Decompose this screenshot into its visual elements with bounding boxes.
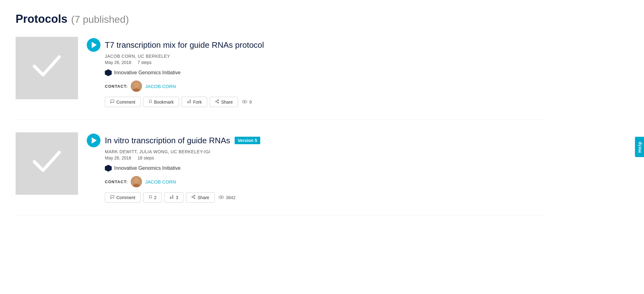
fork-count: 3 [176, 195, 178, 200]
protocol-org: Innovative Genomics Initiative [105, 165, 546, 172]
svg-line-25 [193, 196, 194, 197]
protocol-steps: 18 steps [138, 155, 154, 160]
protocol-title-row: T7 transcription mix for guide RNAs prot… [87, 38, 546, 52]
svg-point-8 [215, 101, 217, 102]
protocol-title[interactable]: T7 transcription mix for guide RNAs prot… [105, 40, 264, 50]
play-icon [92, 137, 97, 144]
share-icon [191, 195, 196, 200]
contact-name[interactable]: JACOB CORN [145, 179, 176, 184]
comment-label: Comment [116, 195, 135, 200]
help-button[interactable]: Help [635, 137, 644, 157]
share-button[interactable]: Share [210, 97, 238, 107]
svg-point-3 [187, 102, 188, 103]
org-name: Innovative Genomics Initiative [114, 70, 181, 76]
svg-line-11 [217, 100, 218, 101]
contact-label: CONTACT: [105, 179, 128, 184]
contact-row: CONTACT: JACOB CORN [105, 81, 546, 92]
views-count: 3842 [218, 195, 236, 200]
bookmark-label: Bookmark [154, 100, 174, 105]
svg-point-7 [217, 100, 219, 101]
fork-label: Fork [193, 100, 202, 105]
views-number: 3842 [226, 195, 236, 200]
protocol-thumbnail [16, 37, 78, 99]
contact-label: CONTACT: [105, 84, 128, 89]
protocol-thumbnail [16, 132, 78, 195]
svg-line-24 [193, 197, 194, 198]
views-icon [218, 195, 224, 200]
protocol-date: May 26, 2016 [105, 155, 131, 160]
bookmark-icon [149, 195, 152, 200]
checkmark-icon [31, 149, 62, 178]
comment-icon [110, 195, 115, 200]
protocol-date: May 26, 2016 [105, 60, 131, 65]
protocol-card: In vitro transcription of guide RNAs Ver… [16, 132, 546, 215]
play-button[interactable] [87, 38, 100, 52]
svg-line-10 [217, 102, 218, 102]
svg-point-18 [172, 195, 173, 197]
fork-icon [187, 99, 191, 105]
page-title: Protocols (7 published) [16, 12, 546, 26]
comment-button[interactable]: Comment [105, 97, 141, 107]
action-buttons: Comment 2 3 [105, 192, 546, 203]
action-buttons: Comment Bookmark Fork [105, 97, 546, 107]
views-count: 9 [242, 100, 252, 105]
protocol-content: In vitro transcription of guide RNAs Ver… [87, 132, 546, 203]
version-badge: Version 5 [235, 137, 260, 144]
svg-point-15 [134, 178, 139, 183]
views-icon [242, 100, 247, 105]
share-button[interactable]: Share [186, 192, 214, 203]
svg-point-19 [172, 198, 173, 199]
comment-icon [110, 99, 115, 105]
published-count: (7 published) [71, 14, 129, 25]
protocol-meta: May 26, 2016 18 steps [105, 155, 546, 160]
svg-point-5 [189, 102, 191, 103]
views-number: 9 [249, 100, 252, 105]
org-logo-icon [105, 69, 112, 76]
comment-label: Comment [116, 100, 135, 105]
protocol-steps: 7 steps [138, 60, 152, 65]
avatar [131, 176, 142, 187]
contact-name[interactable]: JACOB CORN [145, 84, 176, 89]
protocol-org: Innovative Genomics Initiative [105, 69, 546, 76]
fork-button[interactable]: 3 [164, 192, 183, 203]
bookmark-count: 2 [154, 195, 157, 200]
checkmark-icon [31, 54, 62, 83]
protocol-card: T7 transcription mix for guide RNAs prot… [16, 37, 546, 120]
play-icon [92, 42, 97, 48]
svg-point-21 [194, 195, 195, 196]
protocol-meta: May 26, 2016 7 steps [105, 60, 546, 65]
org-name: Innovative Genomics Initiative [114, 165, 181, 171]
avatar [131, 81, 142, 92]
protocol-title[interactable]: In vitro transcription of guide RNAs [105, 136, 230, 145]
comment-button[interactable]: Comment [105, 192, 141, 203]
fork-icon [169, 195, 174, 200]
contact-row: CONTACT: JACOB CORN [105, 176, 546, 187]
svg-point-27 [220, 196, 222, 198]
svg-point-4 [189, 100, 191, 101]
share-label: Share [198, 195, 209, 200]
play-button[interactable] [87, 134, 100, 147]
share-label: Share [221, 100, 233, 105]
svg-point-22 [192, 196, 193, 198]
svg-point-9 [217, 102, 219, 103]
fork-button[interactable]: Fork [182, 97, 207, 107]
bookmark-button[interactable]: 2 [143, 192, 162, 203]
protocol-authors: JACOB CORN, UC BERKELEY [105, 54, 546, 59]
org-logo-icon [105, 165, 112, 172]
protocol-authors: MARK DEWITT, JULIA WONG, UC BERKELEY-IGI [105, 149, 546, 154]
protocol-content: T7 transcription mix for guide RNAs prot… [87, 37, 546, 107]
bookmark-icon [149, 99, 152, 105]
bookmark-button[interactable]: Bookmark [143, 97, 179, 107]
svg-point-23 [194, 198, 195, 199]
share-icon [215, 99, 219, 105]
svg-point-17 [170, 198, 171, 199]
svg-point-1 [134, 82, 139, 87]
protocol-title-row: In vitro transcription of guide RNAs Ver… [87, 134, 546, 147]
svg-point-13 [244, 101, 246, 102]
